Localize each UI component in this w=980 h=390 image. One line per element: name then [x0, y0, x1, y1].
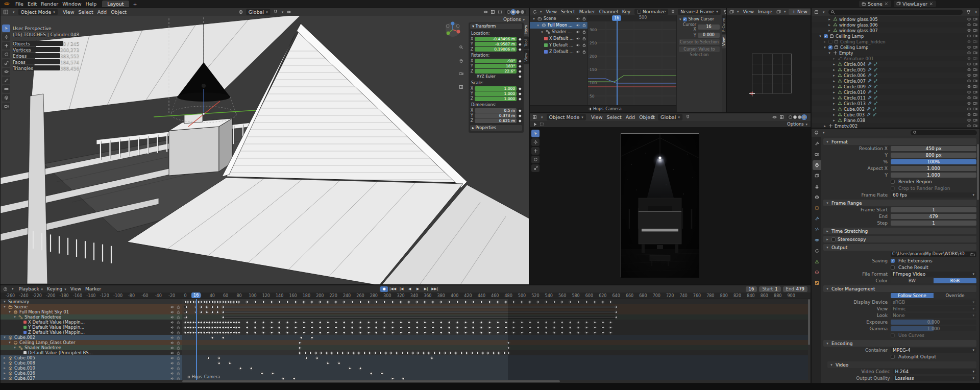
keyframe[interactable]	[302, 326, 305, 329]
outliner-row[interactable]: ▸Circle.005	[812, 67, 979, 72]
camera-viewport[interactable]: ▾ Object Mode▾ ViewSelectAddObject Globa…	[529, 113, 811, 285]
keyframe[interactable]	[444, 351, 447, 354]
keyframe[interactable]	[480, 326, 483, 329]
jump-to-end-button[interactable]: ▶▶|	[430, 286, 439, 292]
shading-mode-switch[interactable]	[505, 10, 526, 14]
keyframe[interactable]	[401, 351, 404, 354]
channel-cube-010[interactable]: ▸Cube.010	[1, 365, 182, 371]
keyframe[interactable]	[326, 326, 329, 329]
keyframe[interactable]	[430, 356, 433, 359]
keyframe[interactable]	[262, 321, 265, 324]
viewport-menu-add[interactable]: Add	[96, 9, 108, 15]
keyframe[interactable]	[399, 321, 402, 324]
keyframe[interactable]	[488, 300, 491, 303]
timeline-menu-playback[interactable]: Playback ▾	[17, 286, 45, 291]
editor-type-icon[interactable]	[814, 130, 819, 135]
image-browse-icon[interactable]	[776, 10, 781, 14]
keyframe[interactable]	[334, 300, 337, 303]
n-panel-tab-view[interactable]: View	[524, 50, 529, 64]
xray-toggle-icon[interactable]	[498, 10, 502, 14]
option-follow-scene[interactable]: Follow Scene	[891, 293, 934, 298]
look-dropdown[interactable]: None▾	[891, 313, 976, 318]
gamma-slider[interactable]: 1.000	[891, 326, 976, 331]
outliner-row[interactable]: ▸Empty.002	[812, 123, 979, 128]
keyframe[interactable]	[488, 326, 491, 329]
keyframe[interactable]	[367, 326, 370, 329]
decorator[interactable]	[518, 69, 522, 74]
filter-icon[interactable]	[966, 10, 971, 14]
keyframe[interactable]	[423, 326, 426, 329]
keyframe[interactable]	[367, 321, 370, 324]
keyframe[interactable]	[246, 321, 249, 324]
y-field[interactable]: 800 px	[891, 153, 976, 158]
keyframe[interactable]	[383, 300, 386, 303]
keyframe[interactable]	[246, 326, 249, 329]
outliner-row[interactable]: ▸Ceiling Lamp_hidden	[812, 39, 979, 44]
keyframe[interactable]	[359, 367, 362, 370]
keyframe[interactable]	[326, 361, 329, 364]
shading-solid[interactable]	[793, 115, 797, 119]
keyframe[interactable]	[270, 326, 273, 329]
previous-keyframe-button[interactable]: |◀	[398, 286, 405, 292]
keyframe[interactable]	[278, 331, 281, 334]
collection-checkbox[interactable]: ✓	[824, 34, 828, 38]
keyframe[interactable]	[456, 300, 459, 303]
keyframe[interactable]	[359, 300, 362, 303]
keyframe[interactable]	[383, 321, 386, 324]
close-icon[interactable]	[884, 2, 889, 6]
keyframe[interactable]	[391, 377, 394, 380]
keyframe[interactable]	[456, 326, 459, 329]
keyframe[interactable]	[439, 321, 443, 324]
tool-move[interactable]	[531, 147, 540, 155]
properties-tab-view-layer[interactable]	[813, 171, 821, 181]
cursor-y-field[interactable]: 0.000	[698, 33, 720, 38]
keyframe[interactable]	[472, 326, 475, 329]
keyframe[interactable]	[318, 321, 322, 324]
snap-magnet-icon[interactable]	[274, 10, 278, 14]
keyframe[interactable]	[352, 351, 355, 354]
tool-scale[interactable]	[531, 164, 540, 172]
keyframe[interactable]	[465, 351, 468, 354]
keyframe[interactable]	[359, 321, 362, 324]
keyframe[interactable]	[383, 331, 386, 334]
decorator[interactable]	[518, 113, 522, 118]
location-x-field[interactable]: -0.43496 m	[475, 37, 517, 41]
properties-tab-material[interactable]	[813, 267, 821, 277]
camera-menu-select[interactable]: Select	[605, 114, 623, 120]
keyframe[interactable]	[391, 326, 394, 329]
keyframe[interactable]	[504, 331, 507, 334]
keyframe[interactable]	[492, 351, 495, 354]
keyframe[interactable]	[286, 321, 289, 324]
keyframe[interactable]	[298, 341, 301, 344]
outliner-row[interactable]: ▸Circle.004	[812, 61, 979, 67]
keyframe[interactable]	[300, 336, 303, 339]
decorator[interactable]	[518, 118, 522, 123]
keyframe[interactable]	[314, 351, 317, 354]
panel-header-stereoscopy[interactable]: ▸Stereoscopy	[823, 236, 976, 242]
exposure-slider[interactable]: 0.000	[891, 320, 976, 325]
render-region-checkbox[interactable]	[891, 180, 895, 184]
graph-menu-select[interactable]: Select	[559, 9, 577, 14]
shading-solid[interactable]	[511, 10, 515, 14]
image-menu-image[interactable]: Image	[756, 9, 774, 14]
outliner-row[interactable]: ▸Circle.013	[812, 101, 979, 106]
keyframe[interactable]	[342, 331, 346, 334]
option-bw[interactable]: BW	[891, 278, 934, 283]
tool-transform[interactable]	[2, 68, 10, 76]
keyframe[interactable]	[254, 326, 257, 329]
outliner-row[interactable]: ▸Circle.009	[812, 84, 979, 89]
panel-header-time-stretching[interactable]: ▸Time Stretching	[823, 228, 976, 234]
keyframe[interactable]	[286, 331, 289, 334]
rotation-y-field[interactable]: 183°	[475, 64, 517, 68]
location-y-field[interactable]: -0.9587 m	[475, 42, 517, 46]
outliner-search-input[interactable]	[828, 10, 963, 15]
keyframe[interactable]	[448, 326, 451, 329]
decorator[interactable]	[518, 91, 522, 96]
orientation-dropdown[interactable]: Global▾	[246, 9, 271, 15]
keyframe[interactable]	[271, 372, 274, 375]
keyframe[interactable]	[286, 326, 289, 329]
keyframe[interactable]	[504, 321, 507, 324]
cursor-to-selection-button[interactable]: Cursor to Selection	[679, 39, 720, 45]
crop-to-render-region-checkbox[interactable]	[891, 186, 895, 190]
graph-channel[interactable]: ▾Shader Nodetree	[530, 29, 587, 35]
